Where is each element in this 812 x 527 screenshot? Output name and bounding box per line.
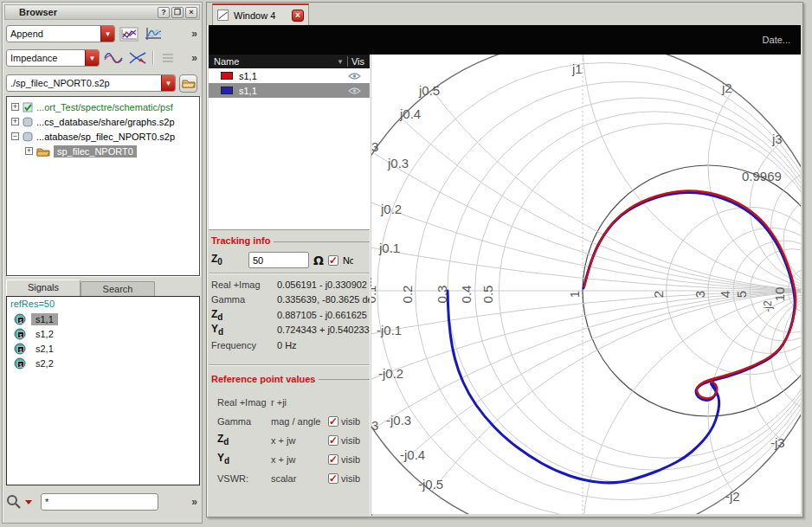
tracking-value: 0.335639, -80.3625 de xyxy=(277,294,370,305)
tree-item-nport-file[interactable]: − ...atabase/sp_filec_NPORT0.s2p xyxy=(7,129,199,144)
svg-text:3: 3 xyxy=(371,418,378,433)
visible-checkbox[interactable] xyxy=(328,435,338,446)
smith-chart[interactable]: j1j2j3j0.5j0.43j0.3j0.2j0.1-j0.1-j0.23-j… xyxy=(371,55,801,514)
toolbar-overflow-chevron[interactable]: » xyxy=(191,52,198,64)
svg-text:10: 10 xyxy=(772,287,787,302)
tree-item-nport-folder[interactable]: + sp_filec_NPORT0 xyxy=(7,144,199,158)
tab-search[interactable]: Search xyxy=(81,281,155,296)
app-root: { "browser_panel": { "title": "Browser",… xyxy=(0,0,812,527)
results-file-combobox[interactable]: ./sp_filec_NPORT0.s2p ▼ xyxy=(6,74,176,92)
visible-label: visib xyxy=(341,454,360,465)
expand-icon[interactable]: + xyxy=(11,118,19,125)
smith-chart-area[interactable]: j1j2j3j0.5j0.43j0.3j0.2j0.1-j0.1-j0.23-j… xyxy=(371,55,801,514)
close-tab-button[interactable]: × xyxy=(292,10,304,22)
database-icon xyxy=(23,117,33,127)
signals-list-header: refRes=50 xyxy=(9,299,199,312)
name-column-header[interactable]: Name xyxy=(214,56,239,67)
signal-icon: s xyxy=(14,343,26,355)
tree-item-psf[interactable]: + ...ort_Test/spectre/schematic/psf xyxy=(7,100,199,114)
run-results-icon xyxy=(23,102,33,112)
svg-text:j1: j1 xyxy=(571,61,583,76)
reference-row: Gamma mag / angle visib xyxy=(209,412,370,431)
filter-row: ▼ » xyxy=(6,490,198,514)
file-row: ./sp_filec_NPORT0.s2p ▼ xyxy=(6,73,198,93)
chevron-down-icon[interactable]: ▼ xyxy=(100,26,114,42)
plot-header-bar: Date... xyxy=(209,25,801,55)
search-icon[interactable] xyxy=(6,494,22,510)
expand-icon[interactable]: + xyxy=(25,147,33,155)
browser-title: Browser xyxy=(19,7,57,17)
chevron-down-icon[interactable]: ▼ xyxy=(161,75,175,91)
visible-checkbox[interactable] xyxy=(328,454,338,465)
results-tree: + ...ort_Test/spectre/schematic/psf + ..… xyxy=(6,96,200,276)
list-item[interactable]: s s1,2 xyxy=(9,326,199,341)
column-divider xyxy=(347,56,348,67)
append-mode-combobox[interactable]: Append ▼ xyxy=(6,25,115,42)
svg-text:-j0.5: -j0.5 xyxy=(418,477,443,492)
visible-checkbox[interactable] xyxy=(328,416,338,427)
plot-graph-button[interactable] xyxy=(119,25,139,42)
line-chart-icon xyxy=(119,27,139,42)
svg-text:0.5: 0.5 xyxy=(480,286,495,304)
legend-row-selected[interactable]: s1,1 xyxy=(209,83,370,98)
list-item[interactable]: s s2,1 xyxy=(9,341,199,356)
svg-text:-j3: -j3 xyxy=(770,435,785,450)
signal-label: s2,2 xyxy=(31,357,58,370)
eye-diagram-button[interactable] xyxy=(127,49,148,67)
reference-label: Real +Imag xyxy=(217,397,271,408)
tracking-label: Gamma xyxy=(211,294,277,305)
toolbar-overflow-chevron[interactable]: » xyxy=(191,28,198,40)
filter-combobox[interactable]: ▼ xyxy=(41,493,158,511)
svg-text:1: 1 xyxy=(567,291,582,298)
z0-input[interactable] xyxy=(248,252,309,268)
visibility-eye-icon[interactable] xyxy=(348,87,361,95)
divider xyxy=(209,364,370,366)
graph-window-icon xyxy=(217,10,229,21)
strip-chart-icon xyxy=(144,26,163,42)
visible-label: visib xyxy=(341,435,360,446)
eye-diagram-icon xyxy=(128,51,147,65)
list-item[interactable]: s s2,2 xyxy=(9,356,199,370)
tab-signals[interactable]: Signals xyxy=(6,280,81,296)
filter-overflow-chevron[interactable]: » xyxy=(191,496,198,508)
vis-column-header[interactable]: Vis xyxy=(351,56,364,67)
reference-label: Gamma xyxy=(217,416,271,427)
append-mode-value: Append xyxy=(7,29,100,39)
legend-row[interactable]: s1,1 xyxy=(209,68,370,83)
date-button[interactable]: Date... xyxy=(763,35,790,45)
search-options-arrow-icon[interactable] xyxy=(25,500,32,505)
tree-item-graphs[interactable]: + ...cs_database/share/graphs.s2p xyxy=(7,114,199,129)
collapse-icon[interactable]: − xyxy=(11,132,19,140)
filter-input[interactable] xyxy=(42,497,158,507)
svg-text:j0.5: j0.5 xyxy=(418,83,440,98)
close-button[interactable]: × xyxy=(185,7,197,18)
reference-format: x + jw xyxy=(271,454,328,465)
plot-window: Window 4 × Date... Name ▼ Vis s1,1 s1,1 xyxy=(206,2,803,517)
restore-button[interactable]: ❐ xyxy=(171,7,184,18)
svg-text:0.4: 0.4 xyxy=(459,286,474,304)
svg-text:j0.2: j0.2 xyxy=(380,202,402,216)
plot-type-combobox[interactable]: Impedance ▼ xyxy=(6,49,100,67)
expand-icon[interactable]: + xyxy=(11,103,19,111)
browser-titlebar[interactable]: Browser ? ❐ × xyxy=(4,4,200,20)
visible-checkbox[interactable] xyxy=(328,473,338,484)
plot-side-panel: Name ▼ Vis s1,1 s1,1 Tracking info xyxy=(209,55,370,516)
trace-color-swatch[interactable] xyxy=(221,72,233,80)
svg-text:3: 3 xyxy=(693,291,707,298)
chevron-down-icon[interactable]: ▼ xyxy=(85,50,99,66)
sort-indicator-icon[interactable]: ▼ xyxy=(337,58,344,66)
strip-chart-button[interactable] xyxy=(143,25,164,42)
waveform-button[interactable] xyxy=(103,49,124,67)
normalize-checkbox[interactable] xyxy=(328,255,338,266)
visibility-eye-icon[interactable] xyxy=(348,72,361,80)
append-toolbar-row: Append ▼ » xyxy=(6,23,198,44)
help-button[interactable]: ? xyxy=(158,7,170,18)
svg-text:s: s xyxy=(19,331,23,337)
list-item[interactable]: s s1,1 xyxy=(9,312,199,326)
legend-header[interactable]: Name ▼ Vis xyxy=(209,55,370,68)
open-file-button[interactable] xyxy=(179,74,197,93)
tab-window4[interactable]: Window 4 × xyxy=(212,3,309,25)
signal-label: s2,1 xyxy=(31,343,58,355)
trace-color-swatch[interactable] xyxy=(221,87,233,94)
list-button-disabled[interactable] xyxy=(158,49,178,67)
